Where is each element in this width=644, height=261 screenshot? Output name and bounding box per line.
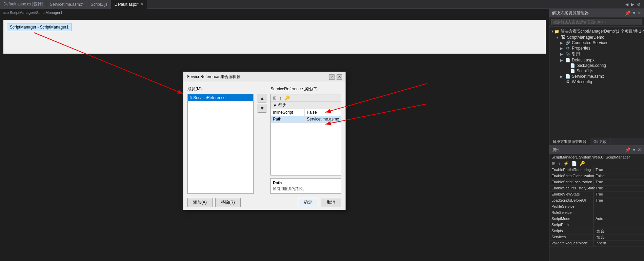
tab-script1[interactable]: Script1.js — [87, 0, 111, 9]
props-arrow-icon[interactable]: ▼ — [632, 147, 636, 152]
props-key-icon[interactable]: 🔑 — [579, 161, 586, 166]
props-page-icon[interactable]: 📄 — [570, 161, 578, 166]
project-label: ScriptManagerDemo — [567, 35, 604, 40]
prop-row-2[interactable]: EnableScriptLocalization True — [549, 180, 644, 186]
properties-label: ServiceReference 属性(P): — [270, 86, 341, 92]
prop-value-6[interactable] — [593, 204, 644, 210]
prop-row-4[interactable]: EnableViewState True — [549, 192, 644, 198]
move-up-button[interactable]: ▲ — [258, 94, 266, 102]
pin-icon[interactable]: 📌 — [625, 11, 630, 16]
tree-solution-root[interactable]: ▼ 📁 解决方案'ScriptManagerDemo'(1 个项目/共 1 个) — [549, 28, 644, 35]
tab-label-default-cs: Default.aspx.cs [设计] — [3, 1, 43, 7]
dialog-description: Path 所引用服务的路径。 — [270, 178, 341, 194]
expand-solution-icon: ▼ — [551, 30, 554, 33]
project-icon: 🏗 — [560, 35, 566, 40]
solution-tree: ▼ 📁 解决方案'ScriptManagerDemo'(1 个项目/共 1 个)… — [549, 27, 644, 138]
tab-se-label: 解决方案资源管理器 — [553, 139, 586, 144]
prop-row-7[interactable]: RoleService — [549, 210, 644, 216]
properties-panel-title: 属性 — [552, 147, 560, 153]
desc-text: 所引用服务的路径。 — [273, 186, 339, 191]
props-alpha-icon[interactable]: ↕ — [557, 161, 562, 166]
prop-value-0[interactable]: True — [593, 167, 644, 173]
props-pin-icon[interactable]: 📌 — [625, 147, 630, 152]
tree-webconfig[interactable]: ⚙ Web.config — [549, 79, 644, 85]
main-area: asp:ScriptManager#ScriptManager1 ScriptM… — [0, 9, 644, 261]
tab-scroll-left-icon[interactable]: ◀ — [624, 2, 630, 7]
prop-row-0[interactable]: EnablePartialRendering True — [549, 167, 644, 173]
member-icon-0: 0 — [190, 96, 192, 100]
close-panel-icon[interactable]: ✕ — [638, 11, 641, 16]
prop-row-path[interactable]: Path Servicetime.asmx — [271, 116, 341, 123]
prop-pages-icon[interactable]: 🔑 — [284, 95, 290, 100]
dialog-right: ServiceReference 属性(P): ⊞ ↕ 🔑 ▼ 行为 Inli — [270, 86, 341, 194]
prop-row-11[interactable]: Services (集合) — [549, 235, 644, 241]
tree-connected-services[interactable]: ▶ 🔗 Connected Services — [549, 40, 644, 45]
cancel-button[interactable]: 取消 — [321, 198, 341, 207]
prop-value-5[interactable]: True — [593, 198, 644, 204]
properties-panel: 属性 📌 ▼ ✕ ScriptManager1 System.Web.UI.Sc… — [549, 146, 644, 261]
gear-icon[interactable]: ⚙ — [636, 2, 642, 7]
prop-value-4[interactable]: True — [593, 192, 644, 198]
prop-name-5: LoadScriptsBeforeUI — [549, 198, 593, 204]
props-close-icon[interactable]: ✕ — [638, 147, 641, 152]
tab-solution-explorer[interactable]: 解决方案资源管理器 — [549, 138, 590, 145]
properties-toolbar: ⊞ ↕ ⚡ 📄 🔑 — [549, 160, 644, 167]
prop-row-12[interactable]: ValidateRequestMode Inherit — [549, 241, 644, 247]
tab-default-cs[interactable]: Default.aspx.cs [设计] — [0, 0, 46, 9]
prop-value-11[interactable]: (集合) — [593, 235, 644, 240]
tab-close-icon[interactable]: ✕ — [141, 2, 144, 6]
tree-references[interactable]: ▶ 📎 引用 — [549, 51, 644, 57]
dialog-help-button[interactable]: ? — [329, 74, 335, 80]
prop-value-3[interactable]: True — [593, 186, 644, 191]
prop-categorized-icon[interactable]: ⊞ — [273, 95, 277, 100]
prop-value-7[interactable] — [593, 210, 644, 216]
prop-value-9[interactable] — [593, 222, 644, 228]
script-manager-box[interactable]: ScriptManager - ScriptManager1 — [7, 23, 72, 31]
prop-row-8[interactable]: ScriptMode Auto — [549, 216, 644, 222]
remove-button[interactable]: 移除(R) — [215, 198, 241, 207]
members-list[interactable]: 0 ServiceReference — [187, 94, 254, 194]
prop-name-6: ProfileService — [549, 204, 593, 210]
packages-label: packages.config — [577, 63, 606, 68]
prop-value-inline[interactable]: False — [305, 109, 341, 116]
move-down-button[interactable]: ▼ — [258, 104, 266, 113]
arrow-icon[interactable]: ▼ — [632, 11, 636, 16]
add-button[interactable]: 添加(A) — [187, 198, 213, 207]
props-cat-icon[interactable]: ⊞ — [551, 161, 557, 166]
design-surface[interactable]: ScriptManager - ScriptManager1 — [3, 20, 546, 54]
tab-servicetime[interactable]: Servicetime.asmx* — [46, 0, 87, 9]
props-event-icon[interactable]: ⚡ — [562, 161, 570, 166]
tab-scroll-right-icon[interactable]: ▶ — [630, 2, 636, 7]
prop-name-8: ScriptMode — [549, 216, 593, 222]
prop-value-2[interactable]: True — [593, 180, 644, 185]
prop-alpha-icon[interactable]: ↕ — [279, 95, 282, 100]
expand-icon: ▼ — [273, 103, 277, 108]
prop-row-6[interactable]: ProfileService — [549, 204, 644, 210]
dialog-close-button[interactable]: ✕ — [337, 74, 342, 80]
prop-row-1[interactable]: EnableScriptGlobalization False — [549, 173, 644, 180]
prop-row-5[interactable]: LoadScriptsBeforeUI True — [549, 198, 644, 204]
prop-row-9[interactable]: ScriptPath — [549, 222, 644, 228]
member-item-0[interactable]: 0 ServiceReference — [188, 94, 253, 101]
tab-git-changes[interactable]: Git 更改 — [590, 138, 610, 145]
members-label: 成员(M): — [187, 86, 254, 92]
tree-script1[interactable]: 📄 Script1.js — [549, 68, 644, 74]
prop-value-12[interactable]: Inherit — [593, 241, 644, 246]
prop-value-1[interactable]: False — [593, 173, 644, 179]
prop-value-10[interactable]: (集合) — [593, 228, 644, 234]
prop-name-9: ScriptPath — [549, 222, 593, 228]
prop-row-10[interactable]: Scripts (集合) — [549, 228, 644, 235]
prop-value-8[interactable]: Auto — [593, 216, 644, 222]
ok-button[interactable]: 确定 — [298, 198, 318, 207]
prop-row-3[interactable]: EnableSecureHistoryState True — [549, 186, 644, 192]
tree-properties[interactable]: ▶ ⚙ Properties — [549, 45, 644, 51]
tree-project[interactable]: ▼ 🏗 ScriptManagerDemo — [549, 35, 644, 40]
tree-packages[interactable]: 📄 packages.config — [549, 63, 644, 68]
tab-default-aspx[interactable]: Default.aspx* ✕ — [111, 0, 147, 9]
solution-search-input[interactable] — [551, 19, 642, 25]
tree-default-aspx[interactable]: ▶ 📄 Default.aspx — [549, 57, 644, 63]
prop-value-path[interactable]: Servicetime.asmx — [305, 116, 341, 123]
tree-servicetime[interactable]: ▶ 📄 Servicetime.asmx — [549, 74, 644, 79]
prop-row-inline-script[interactable]: InlineScript False — [271, 109, 341, 116]
connected-services-label: Connected Services — [572, 40, 608, 45]
